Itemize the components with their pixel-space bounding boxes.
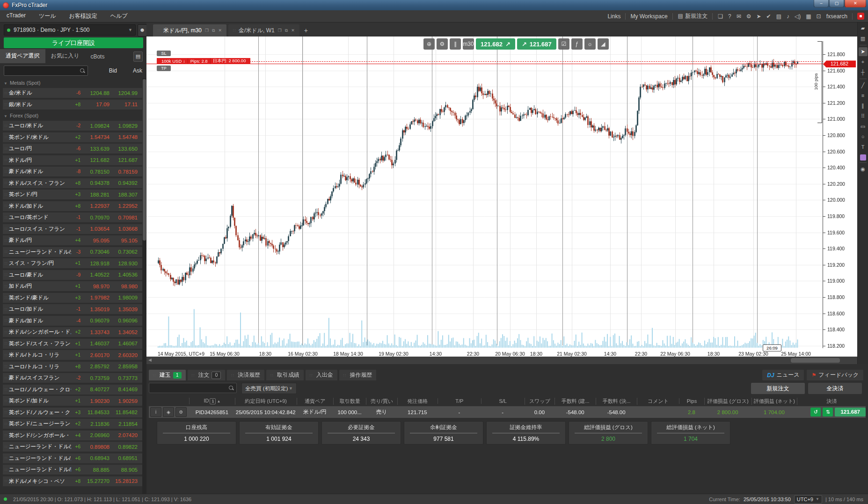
watchlist-notes-icon[interactable]: ▤ — [133, 51, 143, 62]
symbol-bid[interactable]: 121.682 — [80, 157, 109, 163]
chart-tab-米ドル/円, m30[interactable]: ∷ 米ドル/円, m30❐⧉✕ — [153, 24, 226, 37]
sidebar-tab-cBots[interactable]: cBots — [85, 51, 110, 63]
symbol-bid[interactable]: 1204.88 — [80, 90, 109, 96]
record-red-icon[interactable] — [857, 13, 864, 20]
timeframe-button[interactable]: m30 — [463, 38, 474, 50]
symbol-bid[interactable]: 95.095 — [80, 238, 109, 243]
crosshair-icon[interactable]: + — [859, 58, 868, 66]
symbol-ask[interactable]: 2.60320 — [109, 352, 138, 358]
symbol-ask[interactable]: 2.11854 — [109, 421, 138, 427]
symbol-ask[interactable]: 133.650 — [109, 146, 138, 152]
symbol-row[interactable]: ∷英ポンド/円+3188.281188.307 — [3, 190, 142, 199]
symbol-bid[interactable]: 2.60170 — [80, 352, 109, 358]
reverse-position-icon[interactable]: ↺ — [810, 408, 821, 416]
symbol-ask[interactable]: 0.70981 — [109, 215, 138, 220]
symbol-ask[interactable]: 1.22952 — [109, 203, 138, 209]
zoom-icon[interactable]: ⊕ — [423, 38, 435, 50]
screenshot-camera-icon[interactable]: ◉ — [859, 165, 868, 174]
symbol-ask[interactable]: 15.28123 — [109, 478, 138, 484]
ideas-bulb-icon[interactable]: ☼ — [584, 38, 596, 50]
menu-item-お客様設定[interactable]: お客様設定 — [62, 12, 103, 20]
symbol-bid[interactable]: 1.22937 — [80, 203, 109, 209]
symbol-bid[interactable]: 1.46037 — [80, 341, 109, 346]
help-icon[interactable]: ? — [728, 13, 732, 20]
symbol-row[interactable]: ∷英ポンド/シンガポール・ドル+42.069602.07420 — [3, 431, 142, 440]
symbol-row[interactable]: ∷ユーロ/豪ドル-91.405221.40536 — [3, 270, 142, 280]
links-menu[interactable]: Links — [607, 13, 620, 20]
symbol-row[interactable]: ∷英ポンド/ノルウェー・クローネ+311.8453311.85482 — [3, 408, 142, 417]
buy-price-button[interactable]: ↗121.687 — [517, 38, 556, 50]
symbol-ask[interactable]: 0.73062 — [109, 249, 138, 255]
symbol-row[interactable]: ∷豪ドル/米ドル-80.781500.78159 — [3, 167, 142, 176]
close-tab-icon[interactable]: ✕ — [219, 28, 222, 33]
id-column-header[interactable]: ID1▲ — [189, 398, 235, 404]
symbol-ask[interactable]: 121.687 — [109, 157, 138, 163]
symbol-ask[interactable]: 1.35039 — [109, 307, 138, 312]
symbol-ask[interactable]: 88.905 — [109, 467, 138, 473]
new-order-menu-button[interactable]: ▤ 新規注文 — [678, 12, 708, 20]
symbol-row[interactable]: ∷ユーロ/スイス・フラン-11.036541.03668 — [3, 224, 142, 234]
info-icon[interactable]: i — [150, 407, 161, 417]
column-header-発注価格[interactable]: 発注価格 — [397, 398, 438, 405]
workspace-layout-icon[interactable]: ▦ — [805, 13, 811, 20]
position-banner[interactable]: 100k USD ↓Pips: 2.8日本円: 2 800.00 — [157, 58, 250, 64]
symbol-row[interactable]: ∷スイス・フラン/円+1128.918128.930 — [3, 258, 142, 268]
symbol-bid[interactable]: 1.40522 — [80, 272, 109, 278]
symbol-row[interactable]: ∷英ポンド/ニュージーランド・ドル+22.118362.11854 — [3, 419, 142, 429]
symbol-row[interactable]: ∷銀/米ドル+817.0917.11 — [3, 100, 142, 110]
menu-item-cTrader[interactable]: cTrader — [0, 12, 32, 20]
my-workspace-menu[interactable]: My Workspace — [630, 13, 667, 20]
symbol-row[interactable]: ∷ユーロ/ノルウェー・クローネ+28.407278.41469 — [3, 385, 142, 394]
panel-tab-注文[interactable]: ∷注文0 — [188, 370, 226, 380]
protection-shield-icon[interactable]: ◈ — [163, 407, 174, 417]
symbol-bid[interactable]: 0.94378 — [80, 180, 109, 186]
symbol-ask[interactable]: 95.105 — [109, 238, 138, 243]
copy-trading-icon[interactable]: ❏ — [717, 13, 723, 20]
symbol-ask[interactable]: 1.46067 — [109, 341, 138, 346]
symbol-row[interactable]: ∷ユーロ/米ドル-21.098241.09829 — [3, 121, 142, 131]
symbol-bid[interactable]: 1.97982 — [80, 295, 109, 300]
symbol-row[interactable]: ∷米ドル/スイス・フラン+80.943780.94392 — [3, 178, 142, 188]
symbol-bid[interactable]: 2.11836 — [80, 421, 109, 427]
symbol-ask[interactable]: 1.40536 — [109, 272, 138, 278]
symbol-ask[interactable]: 98.980 — [109, 284, 138, 289]
symbol-group-header[interactable]: ▼Metals (Spot) — [0, 78, 142, 88]
chat-icon[interactable]: ✉ — [736, 13, 742, 20]
color-swatch[interactable] — [860, 154, 866, 161]
scroll-left-arrow[interactable]: ◀ — [148, 358, 152, 362]
symbol-bid[interactable]: 0.68943 — [80, 455, 109, 461]
menu-item-ツール[interactable]: ツール — [32, 12, 63, 20]
column-header-Pips[interactable]: Pips — [679, 398, 704, 404]
symbol-ask[interactable]: 188.307 — [109, 192, 138, 197]
panel-tab-決済履歴[interactable]: ∷決済履歴 — [227, 370, 264, 380]
fibonacci-grid-icon[interactable]: ⠿ — [859, 112, 868, 121]
symbol-bid[interactable]: 2.85792 — [80, 364, 109, 369]
symbol-row[interactable]: ∷ユーロ/英ポンド-10.709700.70981 — [3, 212, 142, 222]
symbol-ask[interactable]: 0.68951 — [109, 455, 138, 461]
panel-tab-取引成績[interactable]: ∷取引成績 — [266, 370, 304, 380]
open-live-account-button[interactable]: ライブ口座開設 — [4, 37, 143, 48]
column-header-約定日時 (UTC+9)[interactable]: 約定日時 (UTC+9) — [235, 398, 297, 405]
symbol-bid[interactable]: 1.35019 — [80, 307, 109, 312]
column-header-取引数量[interactable]: 取引数量 — [333, 398, 366, 405]
position-entry-line[interactable] — [245, 61, 823, 62]
symbol-row[interactable]: ∷ユーロ/トルコ・リラ+82.857922.85958 — [3, 362, 142, 372]
popout-icon[interactable]: ❐ — [205, 28, 209, 33]
symbol-row[interactable]: ∷加ドル/円+198.97098.980 — [3, 281, 142, 291]
duplicate-icon[interactable]: ⧉ — [212, 28, 215, 33]
chart-scrollbar[interactable]: ◀ — [146, 357, 857, 364]
symbol-ask[interactable]: 2.07420 — [109, 432, 138, 438]
symbol-ask[interactable]: 1.90259 — [109, 398, 138, 404]
fx-functions-icon[interactable]: ƒ — [571, 38, 583, 50]
text-tool-icon[interactable]: T — [859, 143, 868, 152]
fullscreen-icon[interactable]: ⊡ — [816, 13, 822, 20]
symbol-bid[interactable]: 1.90230 — [80, 398, 109, 404]
symbol-bid[interactable]: 188.281 — [80, 192, 109, 197]
panel-tab-入出金[interactable]: ∷入出金 — [306, 370, 337, 380]
scrollbar-thumb[interactable] — [143, 79, 146, 241]
column-header-スワップ[interactable]: スワップ — [525, 398, 555, 405]
chart-settings-icon[interactable]: ⚙ — [437, 38, 448, 50]
symbol-row[interactable]: ∷米ドル/メキシコ・ペソ+815.2727015.28123 — [3, 476, 142, 486]
symbol-bid[interactable]: 0.78150 — [80, 169, 109, 175]
positions-filter-dropdown[interactable]: 全売買 (初期設定) ▼ — [241, 383, 297, 394]
